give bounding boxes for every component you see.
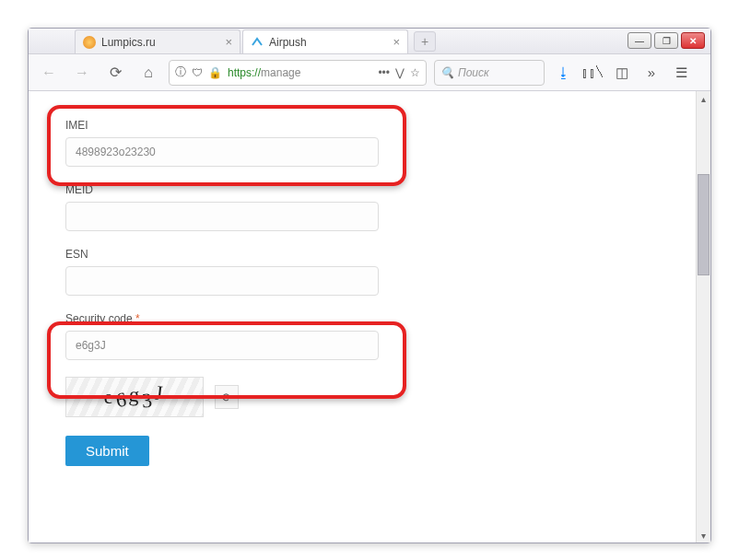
url-text: https://manage bbox=[228, 66, 372, 79]
meid-label: MEID bbox=[65, 183, 637, 196]
window-controls: — ❐ ✕ bbox=[628, 32, 705, 49]
imei-label: IMEI bbox=[65, 119, 637, 132]
browser-window: Lumpics.ru × Airpush × + — ❐ ✕ ← → ⟳ ⌂ ⓘ… bbox=[28, 28, 711, 543]
shield-icon[interactable]: 🛡 bbox=[192, 66, 203, 79]
scroll-up-icon[interactable]: ▴ bbox=[696, 91, 710, 106]
meid-input[interactable] bbox=[65, 202, 379, 231]
tab-lumpics[interactable]: Lumpics.ru × bbox=[75, 29, 240, 53]
tab-strip: Lumpics.ru × Airpush × + bbox=[75, 28, 436, 53]
titlebar: Lumpics.ru × Airpush × + — ❐ ✕ bbox=[29, 29, 710, 54]
search-icon: 🔍 bbox=[440, 66, 454, 79]
search-placeholder: Поиск bbox=[458, 66, 489, 79]
tab-title: Lumpics.ru bbox=[101, 36, 156, 49]
back-button[interactable]: ← bbox=[36, 60, 62, 86]
window-close-button[interactable]: ✕ bbox=[681, 32, 705, 49]
security-label: Security code * bbox=[65, 312, 637, 325]
home-button[interactable]: ⌂ bbox=[135, 60, 161, 86]
security-group: Security code * bbox=[65, 312, 637, 360]
info-icon[interactable]: ⓘ bbox=[175, 64, 186, 80]
vertical-scrollbar[interactable]: ▴ ▾ bbox=[696, 91, 710, 542]
menu-icon[interactable]: ☰ bbox=[670, 64, 692, 81]
lock-icon: 🔒 bbox=[208, 66, 222, 79]
scrollbar-thumb[interactable] bbox=[698, 174, 710, 275]
esn-input[interactable] bbox=[65, 266, 379, 296]
library-icon[interactable]: ⫿⫿⧹ bbox=[581, 64, 604, 80]
tab-favicon bbox=[251, 36, 264, 49]
imei-input[interactable] bbox=[65, 137, 379, 167]
search-bar[interactable]: 🔍 Поиск bbox=[434, 60, 545, 86]
tab-title: Airpush bbox=[269, 36, 307, 49]
minimize-button[interactable]: — bbox=[628, 32, 651, 49]
meid-group: MEID bbox=[65, 183, 637, 231]
security-input[interactable] bbox=[65, 331, 379, 360]
close-icon[interactable]: × bbox=[393, 35, 400, 49]
imei-group: IMEI bbox=[65, 119, 637, 167]
reload-button[interactable]: ⟳ bbox=[102, 60, 128, 86]
page-viewport: IMEI MEID ESN Security code * e6g3J bbox=[29, 91, 710, 542]
esn-label: ESN bbox=[65, 248, 637, 261]
download-icon[interactable]: ⭳ bbox=[552, 64, 574, 80]
captcha-reload-button[interactable]: ⟳ bbox=[215, 385, 239, 409]
close-icon[interactable]: × bbox=[225, 35, 232, 49]
url-bar[interactable]: ⓘ 🛡 🔒 https://manage ••• ⋁ ☆ bbox=[169, 60, 427, 86]
tab-airpush[interactable]: Airpush × bbox=[242, 29, 408, 53]
captcha-row: e6g3J ⟳ bbox=[65, 377, 637, 417]
overflow-icon[interactable]: » bbox=[640, 64, 663, 80]
forward-button[interactable]: → bbox=[69, 60, 95, 86]
pocket-icon[interactable]: ⋁ bbox=[395, 66, 405, 79]
toolbar: ← → ⟳ ⌂ ⓘ 🛡 🔒 https://manage ••• ⋁ ☆ 🔍 П… bbox=[29, 54, 710, 91]
new-tab-button[interactable]: + bbox=[414, 31, 436, 52]
esn-group: ESN bbox=[65, 248, 637, 296]
captcha-image: e6g3J bbox=[65, 377, 204, 417]
sidebar-icon[interactable]: ◫ bbox=[611, 64, 633, 81]
scroll-down-icon[interactable]: ▾ bbox=[696, 528, 710, 542]
form-page: IMEI MEID ESN Security code * e6g3J bbox=[29, 91, 674, 494]
more-icon[interactable]: ••• bbox=[378, 66, 390, 79]
tab-favicon bbox=[83, 36, 96, 49]
submit-button[interactable]: Submit bbox=[65, 436, 149, 466]
star-icon[interactable]: ☆ bbox=[410, 66, 420, 79]
maximize-button[interactable]: ❐ bbox=[654, 32, 678, 49]
